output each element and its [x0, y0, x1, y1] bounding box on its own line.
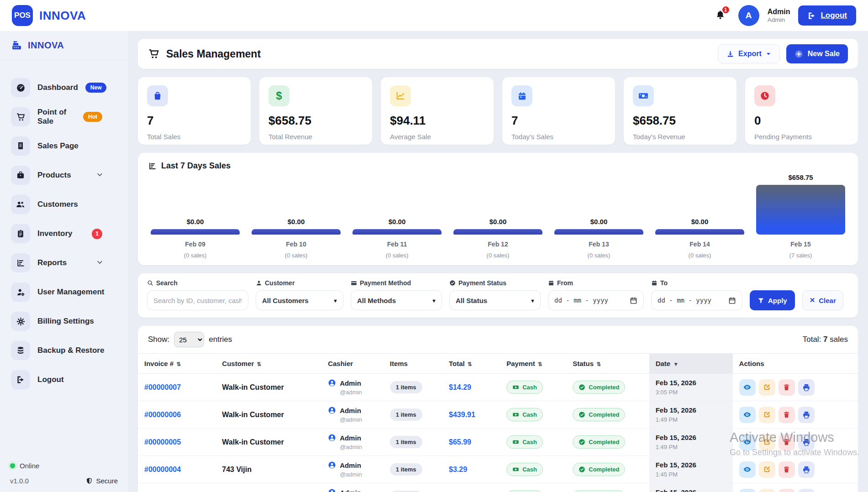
caret-down-icon	[766, 51, 771, 57]
col-total[interactable]: Total⇅	[442, 354, 500, 374]
print-button[interactable]	[798, 379, 815, 396]
badge-hot: Hot	[83, 112, 102, 122]
secure-label: Secure	[96, 477, 118, 485]
clock-icon	[754, 85, 775, 106]
entries-select[interactable]: 25	[174, 332, 204, 347]
customer-name: 743 Vijin	[222, 466, 252, 473]
sale-time: 1:49 PM	[656, 416, 726, 423]
view-button[interactable]	[739, 407, 756, 423]
new-sale-button[interactable]: New Sale	[786, 44, 848, 63]
person-circle-icon	[328, 461, 336, 469]
delete-button[interactable]	[779, 489, 795, 492]
edit-button[interactable]	[759, 434, 775, 450]
clear-button[interactable]: ✕ Clear	[802, 290, 843, 310]
bar-feb-14	[655, 229, 744, 235]
edit-button[interactable]	[759, 407, 775, 423]
invoice-link[interactable]: #00000005	[144, 438, 181, 446]
stat-pending-payments: 0 Pending Payments	[745, 77, 858, 145]
sidebar-item-user-management[interactable]: User Management	[0, 278, 128, 306]
avatar[interactable]: A	[738, 5, 759, 26]
chevron-down-icon	[96, 259, 103, 267]
bar-feb-09	[151, 229, 240, 235]
customer-select[interactable]: All Customers	[256, 290, 343, 310]
view-button[interactable]	[739, 434, 756, 450]
sale-total: $65.99	[449, 438, 471, 446]
edit-button[interactable]	[759, 379, 775, 396]
chevron-down-icon	[96, 171, 103, 180]
col-status[interactable]: Status⇅	[566, 354, 649, 374]
cart-icon	[11, 107, 30, 126]
print-button[interactable]	[798, 407, 815, 423]
sidebar-item-products[interactable]: Products	[0, 162, 128, 189]
sidebar-item-point-of-sale[interactable]: Point of Sale Hot	[0, 103, 128, 131]
delete-button[interactable]	[779, 434, 795, 450]
sale-total: $14.29	[449, 383, 471, 391]
edit-button[interactable]	[759, 461, 775, 478]
col-payment[interactable]: Payment⇅	[500, 354, 566, 374]
sale-date: Feb 15, 2026	[656, 379, 726, 387]
col-invoice[interactable]: Invoice #⇅	[138, 354, 216, 374]
export-button[interactable]: Export	[718, 44, 780, 63]
sidebar-item-reports[interactable]: Reports	[0, 249, 128, 277]
table-row: #00000004 743 Vijin Admin @admin 1 items…	[138, 456, 858, 483]
briefcase-icon	[11, 166, 30, 185]
delete-button[interactable]	[779, 379, 795, 396]
user-name: Admin	[768, 7, 790, 16]
payment-badge: Cash	[506, 381, 543, 394]
chart-day-column: $0.00 Feb 13(0 sales)	[552, 173, 646, 259]
sidebar-item-dashboard[interactable]: Dashboard New	[0, 74, 128, 101]
check-circle-icon	[579, 384, 585, 391]
logout-button[interactable]: Logout	[798, 5, 856, 26]
col-date[interactable]: Date▼	[649, 354, 733, 374]
sidebar-footer: Online v1.0.0 Secure	[0, 456, 128, 492]
trash-icon	[783, 411, 790, 419]
sidebar-item-sales-page[interactable]: Sales Page	[0, 132, 128, 160]
edit-icon	[763, 438, 771, 446]
banknote-icon	[512, 384, 519, 391]
calendar-icon	[728, 297, 736, 304]
invoice-link[interactable]: #00000006	[144, 411, 181, 419]
payment-method-select[interactable]: All Methods	[351, 290, 442, 310]
stat-todays-revenue: $658.75 Today's Revenue	[624, 77, 736, 145]
sidebar-nav: Dashboard New Point of Sale Hot Sales Pa…	[0, 60, 128, 395]
calendar-icon	[548, 280, 554, 286]
check-circle-icon	[579, 439, 585, 445]
view-button[interactable]	[739, 461, 756, 478]
banknote-icon	[512, 411, 519, 418]
calendar-icon	[511, 85, 532, 106]
view-button[interactable]	[739, 379, 756, 396]
apply-button[interactable]: Apply	[750, 290, 795, 310]
print-button[interactable]	[798, 461, 815, 478]
sidebar-item-logout[interactable]: Logout	[0, 366, 128, 393]
sidebar-item-inventory[interactable]: Inventory 1	[0, 220, 128, 247]
sidebar-item-billing-settings[interactable]: Billing Settings	[0, 308, 128, 335]
online-status-dot	[10, 463, 15, 468]
invoice-link[interactable]: #00000007	[144, 383, 181, 391]
delete-button[interactable]	[779, 461, 795, 478]
version-label: v1.0.0	[10, 477, 29, 485]
view-button[interactable]	[739, 489, 756, 492]
payment-badge: Cash	[506, 490, 543, 492]
search-input[interactable]	[147, 290, 248, 310]
sidebar-item-customers[interactable]: Customers	[0, 191, 128, 218]
notification-bell-icon[interactable]: 1	[715, 10, 726, 22]
edit-button[interactable]	[759, 489, 775, 492]
sale-total: $3.29	[449, 466, 467, 473]
invoice-link[interactable]: #00000004	[144, 466, 181, 473]
topbar: POS INNOVA 1 A Admin Admin Logout	[0, 0, 868, 31]
from-date-input[interactable]: dd - mm - yyyy	[548, 290, 644, 310]
chart-day-column: $0.00 Feb 09(0 sales)	[148, 173, 242, 259]
users-icon	[11, 195, 30, 214]
print-button[interactable]	[798, 489, 815, 492]
cashier-name: Admin	[328, 488, 377, 492]
sidebar-item-backup-restore[interactable]: Backup & Restore	[0, 337, 128, 364]
sales-chart-card: Last 7 Days Sales $0.00 Feb 09(0 sales) …	[138, 153, 858, 265]
to-date-input[interactable]: dd - mm - yyyy	[651, 290, 742, 310]
delete-button[interactable]	[779, 407, 795, 423]
col-customer[interactable]: Customer⇅	[216, 354, 321, 374]
print-button[interactable]	[798, 434, 815, 450]
bar-feb-12	[453, 229, 542, 235]
table-row: #00000003 Walk-in Customer Admin @admin …	[138, 483, 858, 492]
payment-status-select[interactable]: All Status	[449, 290, 541, 310]
bar-chart-icon	[11, 253, 30, 272]
